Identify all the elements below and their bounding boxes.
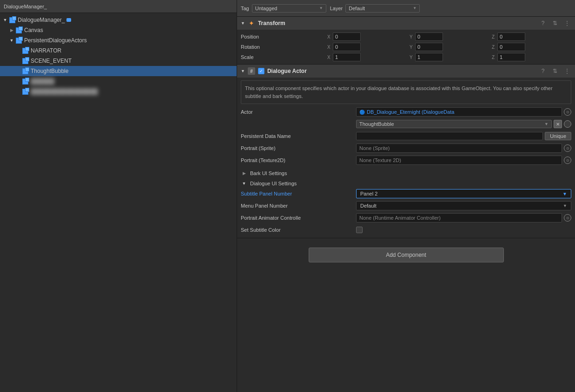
actor-select-dropdown[interactable]: ThoughtBubble ▼ bbox=[356, 120, 552, 128]
hash-icon: # bbox=[248, 67, 255, 75]
inspector-top-bar: Tag Untagged ▼ Layer Default ▼ bbox=[237, 0, 575, 17]
tree-label-narrator: NARRATOR bbox=[31, 47, 61, 54]
subtitle-panel-row: Subtitle Panel Number Panel 2 ▼ bbox=[241, 189, 571, 199]
portrait-sprite-select[interactable]: ⊙ bbox=[564, 144, 571, 152]
menu-panel-dropdown[interactable]: Default ▼ bbox=[356, 201, 571, 210]
tree-item-canvas[interactable]: ▶ Canvas bbox=[0, 25, 237, 35]
scale-y-label: Y bbox=[410, 55, 414, 60]
add-component-btn[interactable]: Add Component bbox=[309, 248, 504, 262]
transform-help-btn[interactable]: ? bbox=[539, 19, 547, 27]
layer-value: Default bbox=[349, 6, 365, 11]
tree-label-blurred-2: █████████████████ bbox=[31, 88, 98, 95]
persistent-data-input[interactable] bbox=[356, 132, 543, 140]
tree-arrow-blurred-1: ▶ bbox=[15, 78, 21, 85]
actor-label: Actor bbox=[241, 109, 352, 115]
rot-x-input[interactable] bbox=[333, 43, 361, 51]
rot-x-label: X bbox=[327, 45, 332, 50]
scale-z-input[interactable] bbox=[497, 53, 525, 61]
tree-area: ▼ DialogueManager_ ▶ Canvas ▼ Persistent… bbox=[0, 13, 237, 392]
cube-icon-narrator bbox=[21, 47, 29, 54]
portrait-anim-select[interactable]: ⊙ bbox=[564, 214, 571, 222]
actor-db-field[interactable]: 🔵 DB_Dialogue_Eternight (DialogueData bbox=[356, 107, 562, 117]
dialogue-actor-header: ▼ # ✓ Dialogue Actor ? ⇅ ⋮ bbox=[237, 65, 575, 78]
pos-x-label: X bbox=[327, 34, 332, 39]
description-text: This optional component specifies which … bbox=[245, 85, 553, 99]
tree-label-canvas: Canvas bbox=[24, 27, 43, 33]
portrait-texture-select[interactable]: ⊙ bbox=[564, 157, 571, 164]
dialogue-actor-collapse[interactable]: ▼ bbox=[241, 69, 245, 73]
dialogue-actor-help-btn[interactable]: ? bbox=[539, 67, 547, 75]
tree-item-scene-event[interactable]: ▶ SCENE_EVENT bbox=[0, 56, 237, 66]
tree-label-thought-bubble: ThoughtBubble bbox=[31, 68, 68, 74]
dialogue-ui-settings: Subtitle Panel Number Panel 2 ▼ Menu Pan… bbox=[237, 189, 575, 238]
rotation-label: Rotation bbox=[241, 44, 324, 50]
subtitle-panel-arrow: ▼ bbox=[562, 191, 567, 196]
cube-icon-persistent bbox=[15, 37, 22, 44]
transform-collapse-arrow[interactable]: ▼ bbox=[241, 21, 245, 26]
rot-y-label: Y bbox=[410, 45, 414, 50]
tree-item-thought-bubble[interactable]: ▶ ThoughtBubble bbox=[0, 66, 237, 76]
pos-y-input[interactable] bbox=[415, 33, 443, 41]
tag-value: Untagged bbox=[255, 6, 278, 11]
tree-arrow-narrator: ▶ bbox=[15, 47, 21, 54]
actor-dot-btn[interactable] bbox=[564, 120, 571, 128]
bark-ui-arrow[interactable]: ▶ bbox=[241, 170, 247, 176]
tree-item-dialogue-manager[interactable]: ▼ DialogueManager_ bbox=[0, 15, 237, 25]
actor-row: Actor 🔵 DB_Dialogue_Eternight (DialogueD… bbox=[241, 107, 571, 117]
unique-btn[interactable]: Unique bbox=[545, 132, 571, 140]
scale-z-group: Z bbox=[492, 53, 571, 61]
chat-bubble-dialogue-manager bbox=[66, 18, 71, 22]
portrait-texture-value: None (Texture 2D) ⊙ bbox=[356, 156, 571, 165]
rot-y-input[interactable] bbox=[415, 43, 443, 51]
dialogue-actor-menu-btn[interactable]: ⋮ bbox=[563, 67, 571, 75]
tree-item-blurred-2[interactable]: ▶ █████████████████ bbox=[0, 86, 237, 97]
actor-dropdown-value: ThoughtBubble ▼ ✕ bbox=[356, 120, 571, 128]
portrait-texture-label: Portrait (Texture2D) bbox=[241, 157, 352, 163]
transform-grid: Position X Y Z Rotation X Y bbox=[237, 30, 575, 64]
portrait-sprite-value: None (Sprite) ⊙ bbox=[356, 144, 571, 153]
scale-y-input[interactable] bbox=[415, 53, 443, 61]
actor-circle-select[interactable]: ⊙ bbox=[564, 108, 571, 116]
tree-arrow-canvas[interactable]: ▶ bbox=[8, 27, 15, 33]
tree-arrow-dialogue-manager[interactable]: ▼ bbox=[2, 17, 8, 23]
set-subtitle-color-checkbox[interactable] bbox=[356, 227, 363, 233]
dialogue-ui-arrow[interactable]: ▼ bbox=[241, 180, 247, 187]
dialogue-actor-sliders-btn[interactable]: ⇅ bbox=[551, 67, 559, 75]
pos-z-label: Z bbox=[492, 34, 496, 39]
persistent-data-label: Persistent Data Name bbox=[241, 133, 352, 139]
subtitle-panel-dropdown[interactable]: Panel 2 ▼ bbox=[356, 189, 571, 198]
tag-label: Tag bbox=[241, 6, 249, 11]
transform-menu-btn[interactable]: ⋮ bbox=[563, 19, 571, 27]
tree-label-scene-event: SCENE_EVENT bbox=[31, 58, 72, 64]
scale-y-group: Y bbox=[410, 53, 489, 61]
actor-clear-btn[interactable]: ✕ bbox=[554, 120, 562, 128]
dialogue-ui-row[interactable]: ▼ Dialogue UI Settings bbox=[237, 178, 575, 189]
pos-z-input[interactable] bbox=[497, 33, 525, 41]
transform-sliders-btn[interactable]: ⇅ bbox=[551, 19, 559, 27]
portrait-sprite-row: Portrait (Sprite) None (Sprite) ⊙ bbox=[241, 143, 571, 153]
layer-dropdown[interactable]: Default ▼ bbox=[345, 4, 420, 13]
rot-z-input[interactable] bbox=[497, 43, 525, 51]
dialogue-actor-enabled[interactable]: ✓ bbox=[258, 68, 264, 74]
tree-item-persistent-dialogue-actors[interactable]: ▼ PersistentDialogueActors bbox=[0, 35, 237, 46]
hierarchy-header: DialogueManager_ bbox=[0, 0, 237, 13]
bark-ui-row[interactable]: ▶ Bark UI Settings bbox=[237, 168, 575, 178]
transform-header: ▼ ✦ Transform ? ⇅ ⋮ bbox=[237, 17, 575, 30]
tree-arrow-persistent[interactable]: ▼ bbox=[8, 37, 15, 44]
tree-item-narrator[interactable]: ▶ NARRATOR bbox=[0, 46, 237, 56]
tag-dropdown[interactable]: Untagged ▼ bbox=[252, 4, 326, 13]
actor-db-text: DB_Dialogue_Eternight (DialogueData bbox=[367, 109, 454, 115]
tree-arrow-scene-event: ▶ bbox=[15, 58, 21, 64]
scale-x-input[interactable] bbox=[333, 53, 361, 61]
add-component-bar: Add Component bbox=[237, 242, 575, 268]
pos-x-input[interactable] bbox=[333, 33, 361, 41]
tree-item-blurred-1[interactable]: ▶ ██████ bbox=[0, 76, 237, 86]
scale-label: Scale bbox=[241, 54, 324, 60]
portrait-sprite-label: Portrait (Sprite) bbox=[241, 145, 352, 151]
persistent-data-row: Persistent Data Name Unique bbox=[241, 131, 571, 141]
persistent-data-value: Unique bbox=[356, 132, 571, 140]
pos-y-group: Y bbox=[410, 33, 489, 41]
pos-x-group: X bbox=[327, 33, 407, 41]
rot-z-group: Z bbox=[492, 43, 571, 51]
menu-panel-label: Menu Panel Number bbox=[241, 203, 352, 209]
